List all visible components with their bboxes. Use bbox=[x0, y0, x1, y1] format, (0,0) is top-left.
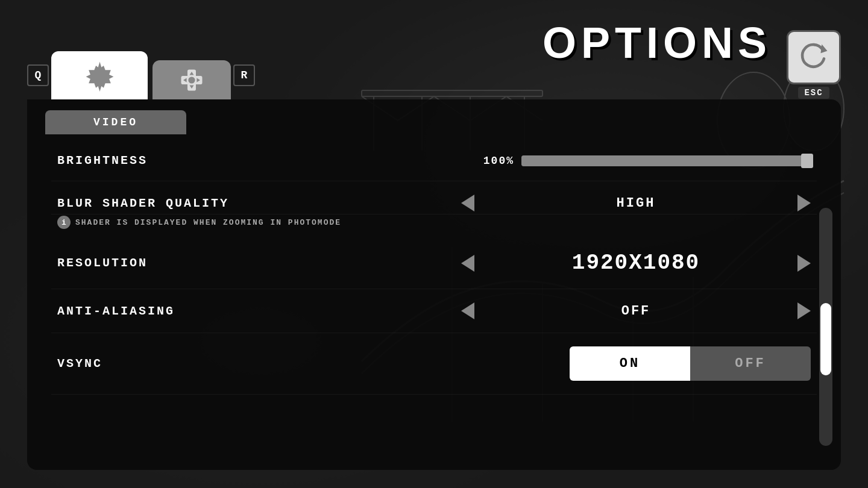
brightness-slider-thumb[interactable] bbox=[801, 154, 813, 168]
tab-controls[interactable] bbox=[153, 60, 231, 99]
esc-button[interactable]: ESC bbox=[787, 30, 841, 99]
blur-shader-control: HIGH bbox=[461, 195, 811, 211]
resolution-prev-button[interactable] bbox=[461, 255, 474, 272]
dpad-icon bbox=[179, 67, 204, 93]
settings-list: BRIGHTNESS 100% BLUR SHADER QUALITY HIGH… bbox=[27, 134, 841, 407]
gear-icon bbox=[83, 59, 116, 92]
anti-aliasing-next-button[interactable] bbox=[797, 302, 811, 319]
vsync-off-button[interactable]: OFF bbox=[690, 346, 811, 381]
blur-shader-next-button[interactable] bbox=[797, 195, 811, 211]
blur-shader-info-row: i SHADER IS DISPLAYED WHEN ZOOMING IN PH… bbox=[51, 214, 817, 237]
resolution-next-button[interactable] bbox=[797, 255, 811, 272]
brightness-value: 100% bbox=[481, 155, 514, 167]
refresh-icon bbox=[797, 41, 831, 74]
blur-shader-label: BLUR SHADER QUALITY bbox=[57, 196, 229, 210]
vsync-on-button[interactable]: ON bbox=[570, 346, 690, 381]
blur-shader-info-text: SHADER IS DISPLAYED WHEN ZOOMING IN PHOT… bbox=[75, 218, 341, 227]
scrollbar-thumb[interactable] bbox=[820, 303, 831, 375]
main-panel: VIDEO BRIGHTNESS 100% BLUR SHADER QUALIT… bbox=[27, 99, 841, 470]
brightness-label: BRIGHTNESS bbox=[57, 154, 148, 167]
brightness-control[interactable]: 100% bbox=[461, 155, 811, 167]
q-key: Q bbox=[27, 64, 49, 86]
anti-aliasing-label: ANTI-ALIASING bbox=[57, 304, 175, 318]
scrollbar[interactable] bbox=[819, 208, 832, 446]
svg-point-15 bbox=[188, 77, 195, 83]
setting-row-blur-shader: BLUR SHADER QUALITY HIGH bbox=[51, 181, 817, 214]
info-icon: i bbox=[57, 216, 71, 229]
anti-aliasing-prev-button[interactable] bbox=[461, 302, 474, 319]
setting-row-anti-aliasing: ANTI-ALIASING OFF bbox=[51, 289, 817, 333]
anti-aliasing-control: OFF bbox=[461, 302, 811, 319]
brightness-slider-track[interactable] bbox=[521, 155, 811, 166]
anti-aliasing-value: OFF bbox=[474, 304, 797, 319]
svg-marker-11 bbox=[820, 44, 827, 53]
tab-bar: Q R bbox=[27, 51, 255, 99]
resolution-label: RESOLUTION bbox=[57, 256, 148, 270]
resolution-value: 1920x1080 bbox=[474, 251, 797, 275]
setting-row-vsync: VSYNC ON OFF bbox=[51, 333, 817, 395]
vsync-label: VSYNC bbox=[57, 357, 102, 371]
page-title: OPTIONS bbox=[542, 18, 772, 67]
resolution-control: 1920x1080 bbox=[461, 251, 811, 275]
blur-shader-value: HIGH bbox=[474, 196, 797, 211]
blur-shader-prev-button[interactable] bbox=[461, 195, 474, 211]
setting-row-brightness: BRIGHTNESS 100% bbox=[51, 140, 817, 181]
esc-icon-box bbox=[787, 30, 841, 84]
brightness-slider-fill bbox=[521, 155, 811, 166]
esc-label: ESC bbox=[798, 87, 829, 99]
vsync-toggle-group: ON OFF bbox=[461, 346, 811, 381]
setting-row-resolution: RESOLUTION 1920x1080 bbox=[51, 237, 817, 289]
section-tab-video[interactable]: VIDEO bbox=[45, 110, 186, 134]
r-key: R bbox=[233, 64, 255, 86]
tab-settings[interactable] bbox=[51, 51, 148, 99]
svg-rect-6 bbox=[362, 90, 542, 96]
